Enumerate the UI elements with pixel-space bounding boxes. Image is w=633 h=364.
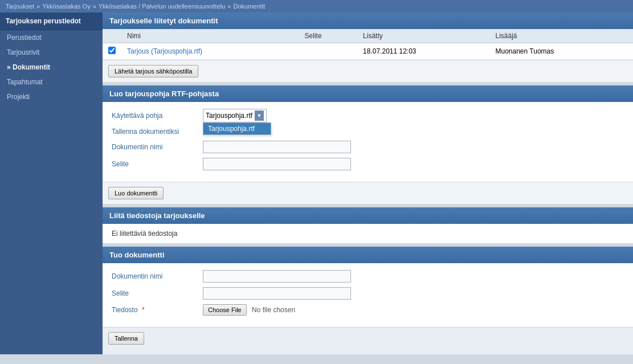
create-rtf-form: Käytettävä pohja Tarjouspohja.rtf ▼ Tarj… [103,102,633,182]
import-nimi-row: Dokumentin nimi [112,270,624,283]
row-lisaaja-cell: Muonanen Tuomas [490,43,634,60]
row-checkbox-cell [103,43,121,60]
create-doc-button[interactable]: Luo dokumentti [108,187,164,199]
table-row: Tarjous (Tarjouspohja.rtf) 18.07.2011 12… [103,43,633,60]
import-selite-input[interactable] [203,287,351,300]
import-save-bar: Tallenna [103,327,633,349]
choose-file-button[interactable]: Choose File [203,304,247,316]
attach-files-empty: Ei liitettäviä tiedostoja [103,224,633,243]
breadcrumb: Tarjoukset » Ykkösasiakas Oy » Ykkösasia… [0,0,633,13]
row-name-cell: Tarjous (Tarjouspohja.rtf) [121,43,299,60]
col-nimi: Nimi [121,29,299,43]
send-email-bar: Lähetä tarjous sähköpostilla [103,60,633,82]
pohja-label: Käytettävä pohja [112,112,203,120]
attachments-table-section: Nimi Selite Lisätty Lisääjä Tarjous (Tar… [103,29,633,82]
import-file-wrapper: Choose File No file chosen [203,304,295,316]
nimi-input-wrapper [203,141,351,153]
import-nimi-label: Dokumentin nimi [112,272,203,280]
breadcrumb-sep-2: » [227,3,231,10]
row-selite-cell [299,43,358,60]
dropdown-arrow-icon: ▼ [255,111,264,121]
content-area: Tarjoukselle liitetyt dokumentit Nimi Se… [103,13,633,354]
row-lisatty-cell: 18.07.2011 12:03 [357,43,489,60]
tallenna-row: Tallenna dokumentiksi [112,127,624,136]
import-header: Tuo dokumentti [103,247,633,263]
import-tiedosto-row: Tiedosto * Choose File No file chosen [112,304,624,316]
main-layout: Tarjouksen perustiedot Perustiedot Tarjo… [0,13,633,354]
attachments-header: Tarjoukselle liitetyt dokumentit [103,13,633,29]
breadcrumb-sep-0: » [36,3,40,10]
document-link[interactable]: Tarjous (Tarjouspohja.rtf) [127,47,202,55]
import-nimi-input-wrapper [203,270,351,283]
col-checkbox [103,29,121,43]
import-selite-row: Selite [112,287,624,300]
nimi-row: Dokumentin nimi [112,141,624,153]
import-nimi-input[interactable] [203,270,351,283]
selite-input-wrapper-rtf [203,158,351,170]
save-button[interactable]: Tallenna [108,332,144,345]
sidebar-item-perustiedot[interactable]: Perustiedot [0,30,103,45]
import-form: Dokumentin nimi Selite Tiedosto * [103,263,633,327]
documents-table: Nimi Selite Lisätty Lisääjä Tarjous (Tar… [103,29,633,60]
sidebar-title: Tarjouksen perustiedot [0,13,103,30]
pohja-input-wrapper: Tarjouspohja.rtf ▼ Tarjouspohja.rtf [203,109,267,122]
pohja-dropdown-list: Tarjouspohja.rtf [203,122,271,135]
sidebar: Tarjouksen perustiedot Perustiedot Tarjo… [0,13,103,354]
nimi-input[interactable] [203,141,351,153]
col-lisatty: Lisätty [357,29,489,43]
import-selite-input-wrapper [203,287,351,300]
required-asterisk: * [142,306,145,314]
breadcrumb-link-1[interactable]: Ykkösasiakas Oy [42,3,90,10]
no-file-chosen-text: No file chosen [252,306,295,314]
create-doc-bar: Luo dokumentti [103,182,633,204]
sidebar-item-projekti[interactable]: Projekti [0,89,103,104]
pohja-selected-value: Tarjouspohja.rtf [206,112,252,120]
selite-row-rtf: Selite [112,158,624,170]
tallenna-label: Tallenna dokumentiksi [112,128,203,136]
col-lisaaja: Lisääjä [490,29,634,43]
sidebar-item-tarjousrivit[interactable]: Tarjousrivit [0,45,103,60]
attach-files-header: Liitä tiedostoja tarjoukselle [103,207,633,224]
nimi-label: Dokumentin nimi [112,143,203,151]
breadcrumb-current: Dokumentit [233,3,265,10]
row-checkbox[interactable] [108,47,116,54]
pohja-row: Käytettävä pohja Tarjouspohja.rtf ▼ Tarj… [112,109,624,122]
breadcrumb-link-0[interactable]: Tarjoukset [6,3,34,10]
col-selite: Selite [299,29,358,43]
import-selite-label: Selite [112,289,203,297]
import-tiedosto-label: Tiedosto * [112,306,203,314]
breadcrumb-sep-1: » [93,3,96,10]
selite-input-rtf[interactable] [203,158,351,170]
dropdown-option-0[interactable]: Tarjouspohja.rtf [203,123,271,134]
pohja-dropdown: Tarjouspohja.rtf ▼ Tarjouspohja.rtf [203,109,267,122]
send-email-button[interactable]: Lähetä tarjous sähköpostilla [108,65,198,77]
pohja-dropdown-btn[interactable]: Tarjouspohja.rtf ▼ [203,109,267,122]
sidebar-item-dokumentit[interactable]: Dokumentit [0,60,103,75]
selite-label-rtf: Selite [112,160,203,168]
breadcrumb-link-2[interactable]: Ykkösasiakas / Palvelun uudelleensuunnit… [99,3,226,10]
create-rtf-header: Luo tarjouspohja RTF-pohjasta [103,85,633,102]
sidebar-item-tapahtumat[interactable]: Tapahtumat [0,75,103,89]
